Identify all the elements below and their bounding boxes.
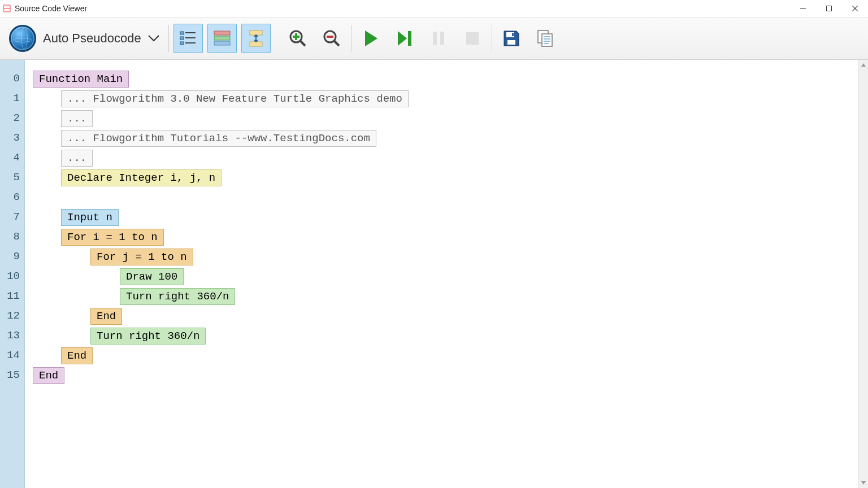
code-block[interactable]: ... Flowgorithm 3.0 New Feature Turtle G… xyxy=(61,90,409,107)
window-close-button[interactable] xyxy=(842,0,868,17)
code-block[interactable]: For i = 1 to n xyxy=(61,229,164,246)
code-block[interactable]: ... xyxy=(61,110,93,127)
code-block[interactable]: End xyxy=(61,347,93,364)
toolbar-separator xyxy=(351,25,351,52)
code-block[interactable]: Function Main xyxy=(33,71,129,88)
line-number: 15 xyxy=(0,365,24,385)
scroll-down-icon[interactable] xyxy=(858,478,869,488)
app-icon xyxy=(2,4,11,13)
line-number: 2 xyxy=(0,108,24,128)
content-area: 0123456789101112131415 Function Main... … xyxy=(0,60,868,488)
line-number: 7 xyxy=(0,207,24,227)
line-number: 8 xyxy=(0,227,24,247)
toolbar: Auto Pseudocode xyxy=(0,17,868,60)
line-number: 13 xyxy=(0,326,24,346)
stop-button[interactable] xyxy=(458,24,487,53)
code-row[interactable]: Turn right 360/n xyxy=(25,326,858,346)
toolbar-separator xyxy=(168,25,169,52)
language-selector-label[interactable]: Auto Pseudocode xyxy=(43,31,141,46)
code-row[interactable]: Draw 100 xyxy=(25,267,858,286)
zoom-in-button[interactable] xyxy=(283,24,313,53)
window-titlebar: Source Code Viewer xyxy=(0,0,868,17)
svg-rect-23 xyxy=(433,32,437,45)
svg-rect-24 xyxy=(440,32,444,45)
line-number: 5 xyxy=(0,168,24,188)
save-button[interactable] xyxy=(497,24,526,53)
svg-rect-1 xyxy=(4,6,10,8)
view-collapse-button[interactable] xyxy=(241,24,271,53)
code-block[interactable]: For j = 1 to n xyxy=(90,249,193,265)
svg-rect-30 xyxy=(542,34,552,46)
code-block[interactable]: End xyxy=(90,308,122,325)
code-row[interactable]: ... Flowgorithm 3.0 New Feature Turtle G… xyxy=(25,89,858,108)
line-number: 11 xyxy=(0,286,24,306)
line-number-gutter: 0123456789101112131415 xyxy=(0,60,25,488)
code-row[interactable]: Input n xyxy=(25,207,858,227)
toolbar-separator xyxy=(492,25,492,52)
svg-rect-25 xyxy=(466,32,479,45)
svg-rect-27 xyxy=(507,40,515,45)
svg-line-20 xyxy=(334,41,339,46)
svg-rect-10 xyxy=(214,31,230,35)
window-title: Source Code Viewer xyxy=(15,4,87,13)
copy-button[interactable] xyxy=(531,24,560,53)
globe-icon xyxy=(9,25,36,52)
code-block[interactable]: Turn right 360/n xyxy=(120,288,235,305)
line-number: 3 xyxy=(0,128,24,148)
code-editor[interactable]: Function Main... Flowgorithm 3.0 New Fea… xyxy=(25,60,858,488)
svg-rect-3 xyxy=(827,6,832,11)
code-row[interactable]: End xyxy=(25,306,858,326)
pause-button[interactable] xyxy=(424,24,453,53)
svg-rect-28 xyxy=(512,33,514,36)
code-row[interactable]: Declare Integer i, j, n xyxy=(25,168,858,188)
scroll-up-icon[interactable] xyxy=(858,60,869,70)
line-number: 12 xyxy=(0,306,24,326)
line-number: 0 xyxy=(0,69,24,89)
run-button[interactable] xyxy=(356,24,385,53)
vertical-scrollbar[interactable] xyxy=(858,60,868,488)
code-block[interactable]: Declare Integer i, j, n xyxy=(61,169,222,186)
step-button[interactable] xyxy=(390,24,419,53)
code-row[interactable]: ... xyxy=(25,108,858,128)
code-row[interactable]: Function Main xyxy=(25,69,858,89)
code-block[interactable]: Draw 100 xyxy=(120,268,184,285)
line-number: 9 xyxy=(0,247,24,267)
svg-rect-11 xyxy=(214,36,230,40)
view-structured-button[interactable] xyxy=(173,24,203,53)
code-row[interactable]: End xyxy=(25,365,858,385)
line-number: 1 xyxy=(0,89,24,108)
code-block[interactable]: Turn right 360/n xyxy=(90,328,206,345)
svg-line-16 xyxy=(300,41,305,46)
code-row[interactable]: For i = 1 to n xyxy=(25,227,858,247)
code-row[interactable]: Turn right 360/n xyxy=(25,286,858,306)
svg-rect-2 xyxy=(4,9,10,11)
svg-rect-5 xyxy=(180,37,184,40)
window-minimize-button[interactable] xyxy=(790,0,816,17)
line-number: 10 xyxy=(0,267,24,286)
code-block[interactable]: ... xyxy=(61,150,93,167)
line-number: 14 xyxy=(0,346,24,365)
window-maximize-button[interactable] xyxy=(816,0,842,17)
code-block[interactable]: End xyxy=(33,367,64,384)
svg-rect-22 xyxy=(408,31,411,46)
code-row[interactable] xyxy=(25,188,858,207)
code-row[interactable]: End xyxy=(25,346,858,365)
svg-rect-4 xyxy=(180,32,184,34)
code-row[interactable]: For j = 1 to n xyxy=(25,247,858,267)
svg-rect-12 xyxy=(214,41,230,45)
svg-rect-6 xyxy=(180,42,184,45)
code-block[interactable]: ... Flowgorithm Tutorials --www.TestingD… xyxy=(61,130,376,147)
code-row[interactable]: ... Flowgorithm Tutorials --www.TestingD… xyxy=(25,128,858,148)
code-block[interactable]: Input n xyxy=(61,209,119,226)
language-selector-dropdown[interactable] xyxy=(147,32,160,45)
line-number: 4 xyxy=(0,148,24,168)
code-row[interactable]: ... xyxy=(25,148,858,168)
view-colored-button[interactable] xyxy=(207,24,237,53)
zoom-out-button[interactable] xyxy=(317,24,346,53)
line-number: 6 xyxy=(0,188,24,207)
